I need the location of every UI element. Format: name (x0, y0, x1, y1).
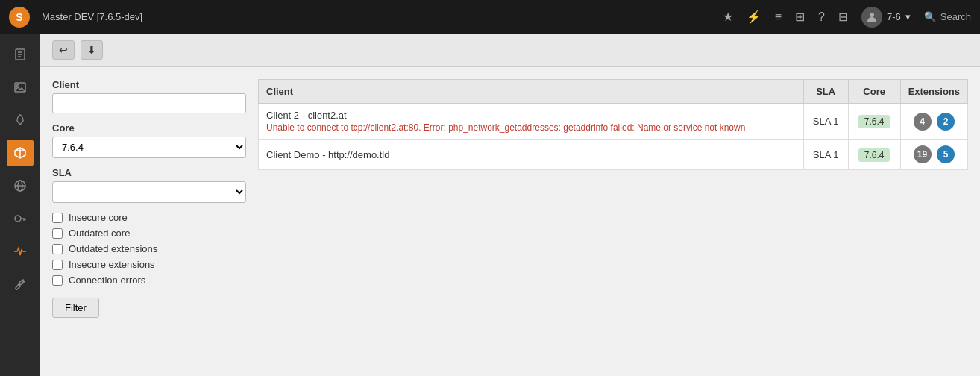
header-core: Core (848, 80, 900, 104)
nav-icons: ★ ⚡ ≡ ⊞ ? ⊟ 7-6 ▾ 🔍 Search (723, 7, 971, 28)
back-button[interactable]: ↩ (52, 40, 75, 60)
filter-checkboxes: Insecure core Outdated core Outdated ext… (52, 212, 246, 286)
sidebar-item-file[interactable] (7, 41, 34, 68)
search-label: Search (940, 11, 971, 22)
navbar: S Master DEV [7.6.5-dev] ★ ⚡ ≡ ⊞ ? ⊟ 7-6… (0, 0, 980, 34)
insecure-ext-input[interactable] (52, 260, 63, 270)
client-cell: Client Demo - http://demo.tld (259, 140, 804, 170)
outdated-core-label: Outdated core (69, 228, 130, 239)
sla-cell: SLA 1 (803, 140, 848, 170)
client-name: Client Demo - http://demo.tld (266, 149, 796, 160)
sidebar-item-image[interactable] (7, 74, 34, 101)
client-name: Client 2 - client2.at (266, 110, 796, 121)
client-label: Client (52, 79, 246, 90)
outdated-ext-input[interactable] (52, 244, 63, 254)
sla-filter-section: SLA SLA 1 SLA 2 (52, 167, 246, 203)
app-logo[interactable]: S (9, 7, 30, 28)
ext-count-badge: 19 (914, 145, 932, 163)
insecure-ext-checkbox[interactable]: Insecure extensions (52, 259, 246, 270)
client-filter-section: Client (52, 79, 246, 113)
core-select[interactable]: 7.6.4 7.6.3 7.6.2 7.5.0 (52, 137, 246, 158)
search-bar[interactable]: 🔍 Search (924, 11, 971, 22)
outdated-core-input[interactable] (52, 228, 63, 239)
results-table: Client SLA Core Extensions Client 2 - cl… (258, 79, 968, 170)
sidebar-item-rocket[interactable] (7, 107, 34, 134)
content-area: ↩ ⬇ Client Core 7.6.4 7.6.3 7.6.2 7.5.0 (40, 34, 980, 376)
sidebar-item-wrench[interactable] (7, 271, 34, 298)
sla-label: SLA (52, 167, 246, 178)
core-badge: 7.6.4 (858, 148, 891, 162)
sidebar-item-pulse[interactable] (7, 238, 34, 265)
sidebar-item-globe[interactable] (7, 172, 34, 199)
columns-icon[interactable]: ⊞ (795, 10, 805, 24)
outdated-ext-checkbox[interactable]: Outdated extensions (52, 243, 246, 254)
sidebar-item-box[interactable] (7, 140, 34, 166)
results-area: Client SLA Core Extensions Client 2 - cl… (258, 79, 968, 364)
bolt-icon[interactable]: ⚡ (747, 10, 761, 24)
filter-panel: Client Core 7.6.4 7.6.3 7.6.2 7.5.0 SLA (52, 79, 246, 364)
toolbar: ↩ ⬇ (40, 34, 980, 67)
app-title: Master DEV [7.6.5-dev] (42, 11, 142, 22)
list-icon[interactable]: ≡ (775, 10, 782, 24)
insecure-ext-label: Insecure extensions (69, 259, 155, 270)
core-badge: 7.6.4 (858, 115, 891, 128)
ext-count-badge: 4 (914, 113, 932, 131)
download-button[interactable]: ⬇ (81, 40, 103, 60)
user-label: 7-6 (887, 11, 901, 22)
table-row[interactable]: Client 2 - client2.at Unable to connect … (259, 104, 968, 140)
outdated-core-checkbox[interactable]: Outdated core (52, 228, 246, 239)
error-text: Unable to connect to tcp://client2.at:80… (266, 122, 796, 133)
user-menu[interactable]: 7-6 ▾ (861, 7, 911, 28)
ext2-count-badge: 5 (937, 145, 955, 163)
svg-point-0 (870, 13, 874, 17)
ext-cell: 19 5 (900, 140, 967, 170)
star-icon[interactable]: ★ (723, 10, 733, 24)
insecure-core-checkbox[interactable]: Insecure core (52, 212, 246, 223)
header-extensions: Extensions (900, 80, 967, 104)
search-icon: 🔍 (924, 11, 936, 22)
conn-errors-checkbox[interactable]: Connection errors (52, 275, 246, 286)
ext2-count-badge: 2 (937, 113, 955, 131)
table-header-row: Client SLA Core Extensions (259, 80, 968, 104)
ext-cell: 4 2 (900, 104, 967, 140)
question-icon[interactable]: ? (818, 10, 825, 24)
filter-button[interactable]: Filter (52, 298, 99, 318)
outdated-ext-label: Outdated extensions (69, 243, 157, 254)
sidebar-item-key[interactable] (7, 205, 34, 232)
sla-cell: SLA 1 (803, 104, 848, 140)
main-layout: ↩ ⬇ Client Core 7.6.4 7.6.3 7.6.2 7.5.0 (0, 34, 980, 376)
client-cell: Client 2 - client2.at Unable to connect … (259, 104, 804, 140)
chevron-down-icon: ▾ (905, 11, 911, 22)
sidebar (0, 34, 40, 376)
conn-errors-input[interactable] (52, 275, 63, 286)
insecure-core-input[interactable] (52, 213, 63, 223)
table-row[interactable]: Client Demo - http://demo.tld SLA 1 7.6.… (259, 140, 968, 170)
avatar (861, 7, 882, 28)
header-client: Client (259, 80, 804, 104)
header-sla: SLA (803, 80, 848, 104)
grid-icon[interactable]: ⊟ (838, 10, 848, 24)
insecure-core-label: Insecure core (69, 212, 128, 223)
client-input[interactable] (52, 93, 246, 113)
core-label: Core (52, 122, 246, 134)
core-filter-section: Core 7.6.4 7.6.3 7.6.2 7.5.0 (52, 122, 246, 158)
svg-point-13 (15, 216, 21, 222)
core-cell: 7.6.4 (848, 140, 900, 170)
core-cell: 7.6.4 (848, 104, 900, 140)
page-content: Client Core 7.6.4 7.6.3 7.6.2 7.5.0 SLA (40, 67, 980, 376)
sla-select[interactable]: SLA 1 SLA 2 (52, 181, 246, 203)
conn-errors-label: Connection errors (69, 275, 145, 286)
